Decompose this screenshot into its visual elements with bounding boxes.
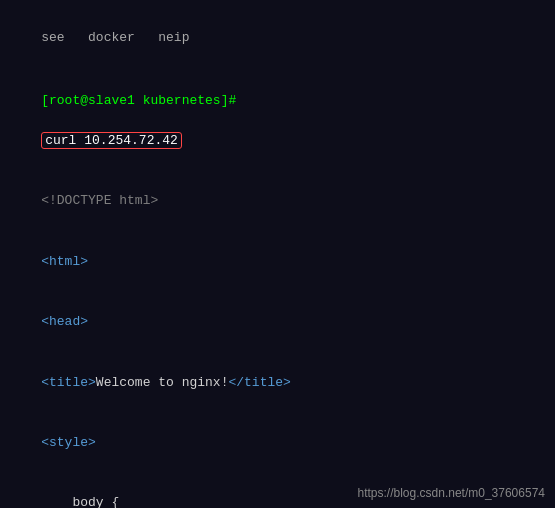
prompt: [root@slave1 kubernetes]# <box>41 93 236 108</box>
terminal-window: see docker neip [root@slave1 kubernetes]… <box>0 0 555 508</box>
top-bar-text: see docker neip <box>41 30 189 45</box>
top-bar-line: see docker neip <box>10 8 545 68</box>
curl-command: curl 10.254.72.42 <box>41 132 182 149</box>
watermark: https://blog.csdn.net/m0_37606574 <box>358 486 545 500</box>
line-style-open: <style> <box>10 413 545 473</box>
line-html-open: <html> <box>10 232 545 292</box>
command-text <box>41 113 49 128</box>
command-line: [root@slave1 kubernetes]# curl 10.254.72… <box>10 70 545 171</box>
line-doctype: <!DOCTYPE html> <box>10 171 545 231</box>
line-title: <title>Welcome to nginx!</title> <box>10 352 545 412</box>
line-head-open: <head> <box>10 292 545 352</box>
